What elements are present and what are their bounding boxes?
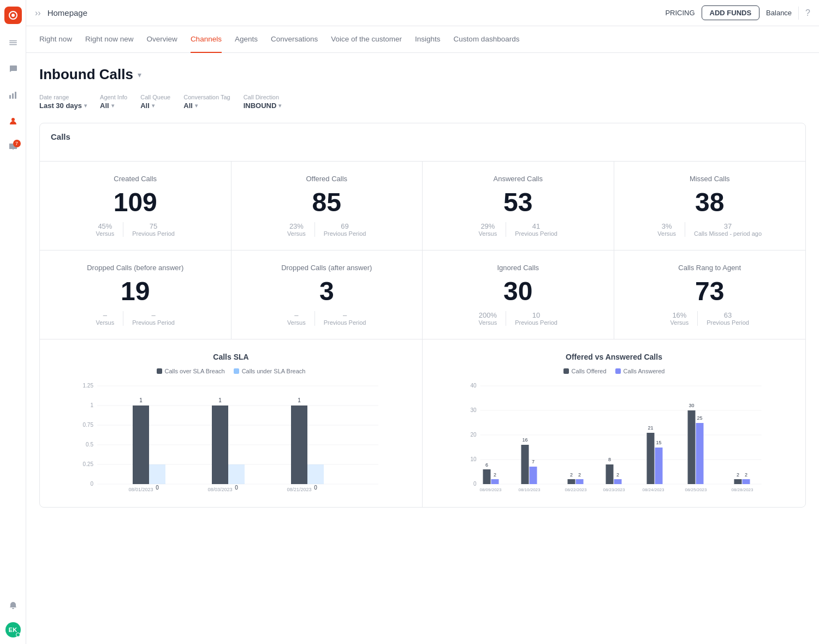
date-range-label: Date range: [39, 94, 87, 100]
sidebar-icon-expand[interactable]: [5, 35, 21, 50]
pricing-button[interactable]: PRICING: [665, 9, 695, 17]
stat-versus: – Versus: [287, 311, 306, 326]
stat-prev-num: –: [324, 311, 366, 319]
stat-versus-pct: 3%: [657, 222, 676, 230]
help-icon[interactable]: ?: [805, 8, 810, 18]
stat-prev-num: 10: [515, 311, 557, 319]
stat-card-offered-calls: Offered Calls 85 23% Versus 69 Previous …: [232, 162, 423, 250]
svg-text:2: 2: [494, 472, 496, 478]
stat-prev-label: Previous Period: [515, 230, 557, 237]
svg-text:08/21/2023: 08/21/2023: [287, 487, 311, 492]
stat-versus-label: Versus: [287, 230, 306, 237]
app-logo[interactable]: [4, 7, 22, 24]
offered-answered-svg: 40 30 20 10 0 6: [436, 383, 792, 492]
stat-meta: 3% Versus 37 Calls Missed - period ago: [625, 222, 795, 237]
stat-divider: [697, 311, 698, 326]
svg-text:0: 0: [156, 485, 159, 491]
svg-text:0: 0: [473, 481, 477, 487]
svg-rect-21: [133, 406, 149, 484]
stat-versus-pct: 45%: [96, 222, 115, 230]
svg-rect-66: [647, 433, 655, 484]
tab-conversations[interactable]: Conversations: [271, 26, 318, 53]
stat-versus-pct: 23%: [287, 222, 306, 230]
date-range-value[interactable]: Last 30 days ▾: [39, 102, 87, 110]
sidebar-icon-contacts[interactable]: [5, 114, 21, 129]
sidebar-icon-inbox[interactable]: 7: [5, 140, 21, 155]
stat-previous: 10 Previous Period: [515, 311, 557, 326]
call-queue-value[interactable]: All ▾: [140, 102, 170, 110]
topbar-actions: PRICING ADD FUNDS Balance ?: [665, 5, 810, 20]
stat-name: Created Calls: [51, 175, 220, 183]
sla-chart-title: Calls SLA: [53, 353, 409, 361]
offered-answered-legend: Calls Offered Calls Answered: [436, 368, 792, 374]
tab-right-now-new[interactable]: Right now new: [85, 26, 134, 53]
stat-prev-label: Calls Missed - period ago: [694, 230, 762, 237]
svg-rect-73: [696, 423, 704, 484]
svg-text:40: 40: [470, 383, 477, 389]
expand-icon[interactable]: ››: [35, 8, 41, 18]
stat-versus-label: Versus: [657, 230, 676, 237]
stat-name: Ignored Calls: [434, 264, 603, 272]
page-title: Inbound Calls: [39, 66, 133, 83]
tab-right-now[interactable]: Right now: [39, 26, 72, 53]
stat-divider: [123, 222, 123, 237]
filter-call-queue: Call Queue All ▾: [140, 94, 170, 110]
stat-prev-label: Previous Period: [324, 230, 366, 237]
stat-card-created-calls: Created Calls 109 45% Versus 75 Previous…: [40, 162, 232, 250]
call-direction-label: Call Direction: [244, 94, 282, 100]
tab-overview[interactable]: Overview: [147, 26, 177, 53]
stat-name: Calls Rang to Agent: [625, 264, 795, 272]
sla-chart-panel: Calls SLA Calls over SLA Breach Calls un…: [40, 339, 423, 507]
conversation-tag-value[interactable]: All ▾: [183, 102, 230, 110]
agent-info-value[interactable]: All ▾: [100, 102, 127, 110]
svg-rect-46: [483, 469, 491, 484]
stat-prev-label: Previous Period: [132, 230, 175, 237]
stat-versus-pct: 29%: [479, 222, 497, 230]
svg-rect-53: [530, 467, 537, 484]
stat-previous: – Previous Period: [132, 311, 175, 326]
tab-insights[interactable]: Insights: [415, 26, 441, 53]
sla-under-color: [234, 368, 239, 374]
svg-text:2: 2: [745, 472, 747, 478]
title-dropdown-icon[interactable]: ▾: [138, 70, 141, 79]
svg-rect-48: [491, 479, 499, 484]
add-funds-button[interactable]: ADD FUNDS: [702, 5, 760, 20]
calls-section-title: Calls: [51, 132, 794, 141]
stat-versus-pct: –: [287, 311, 306, 319]
svg-rect-2: [9, 40, 17, 41]
offered-color: [563, 368, 569, 374]
svg-text:08/22/2023: 08/22/2023: [565, 487, 587, 492]
svg-text:1: 1: [90, 402, 93, 408]
svg-text:1.25: 1.25: [83, 383, 94, 389]
page-body: Inbound Calls ▾ Date range Last 30 days …: [26, 53, 819, 508]
charts-row: Calls SLA Calls over SLA Breach Calls un…: [40, 339, 805, 507]
stat-prev-label: Previous Period: [132, 319, 175, 326]
stat-divider: [314, 311, 315, 326]
sla-over-label: Calls over SLA Breach: [165, 368, 225, 374]
svg-point-8: [11, 118, 15, 121]
sidebar-icon-analytics[interactable]: [5, 87, 21, 103]
stat-value: 19: [51, 278, 220, 305]
svg-text:10: 10: [470, 456, 477, 462]
sla-legend-over: Calls over SLA Breach: [157, 368, 225, 374]
stat-versus-label: Versus: [479, 230, 497, 237]
svg-text:08/10/2023: 08/10/2023: [518, 487, 541, 492]
stat-versus: 3% Versus: [657, 222, 676, 237]
stat-versus: – Versus: [96, 311, 115, 326]
call-direction-value[interactable]: INBOUND ▾: [244, 102, 282, 110]
balance-label: Balance: [766, 9, 792, 17]
sidebar-icon-chat[interactable]: [5, 61, 21, 76]
tab-voice-of-customer[interactable]: Voice of the customer: [331, 26, 402, 53]
answered-color: [615, 368, 621, 374]
svg-text:8: 8: [608, 457, 611, 462]
tab-agents[interactable]: Agents: [235, 26, 258, 53]
svg-rect-26: [212, 406, 228, 484]
tab-channels[interactable]: Channels: [191, 26, 222, 53]
svg-text:0: 0: [235, 485, 238, 491]
offered-answered-title: Offered vs Answered Calls: [436, 353, 792, 361]
stat-card-answered-calls: Answered Calls 53 29% Versus 41 Previous…: [423, 162, 614, 250]
svg-text:1: 1: [139, 397, 143, 403]
svg-text:08/28/2023: 08/28/2023: [731, 487, 753, 492]
stat-divider: [314, 222, 315, 237]
tab-custom-dashboards[interactable]: Custom dashboards: [454, 26, 520, 53]
